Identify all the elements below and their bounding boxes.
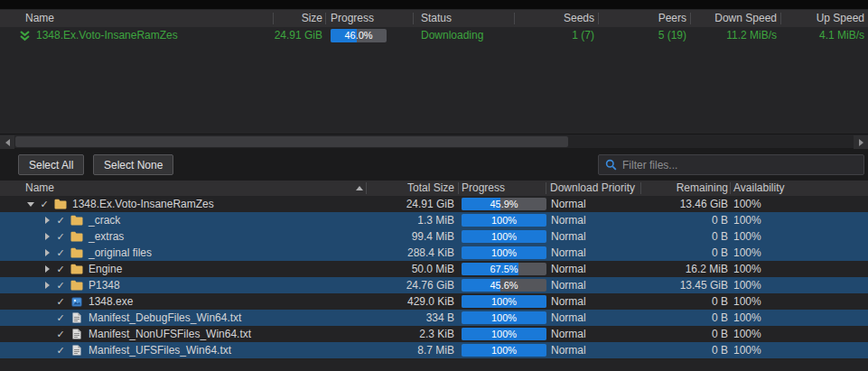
file-row[interactable]: Manifest_NonUFSFiles_Win64.txt 2.3 KiB 1… (0, 326, 868, 342)
collapse-arrow-icon[interactable] (45, 249, 50, 256)
file-checkbox[interactable] (54, 326, 67, 342)
select-none-label: Select None (104, 159, 163, 172)
file-total-size: 99.4 MiB (361, 228, 454, 245)
file-availability: 100% (733, 196, 761, 212)
file-priority[interactable]: Normal (551, 245, 586, 261)
file-row[interactable]: Manifest_DebugFiles_Win64.txt 334 B 100%… (0, 310, 868, 326)
column-header-progress[interactable]: Progress (331, 10, 374, 27)
file-availability: 100% (733, 293, 761, 310)
file-remaining: 0 B (632, 293, 728, 310)
file-progress-bar: 45.6% (462, 279, 546, 292)
column-header-down-speed[interactable]: Down Speed (697, 10, 777, 27)
column-header-peers[interactable]: Peers (616, 10, 686, 27)
collapse-arrow-icon[interactable] (45, 282, 50, 289)
file-checkbox[interactable] (54, 228, 67, 245)
column-header-availability[interactable]: Availability (733, 181, 784, 196)
file-checkbox[interactable] (54, 245, 67, 261)
torrent-list-panel: Name Size Progress Status Seeds Peers Do… (0, 9, 868, 134)
select-all-label: Select All (29, 159, 73, 172)
torrent-list-header: Name Size Progress Status Seeds Peers Do… (0, 10, 868, 27)
file-checkbox[interactable] (54, 310, 67, 326)
column-header-status[interactable]: Status (421, 10, 452, 27)
column-header-file-progress[interactable]: Progress (462, 181, 505, 196)
file-priority[interactable]: Normal (551, 212, 586, 228)
file-checkbox[interactable] (38, 196, 51, 212)
horizontal-scrollbar[interactable] (0, 134, 868, 148)
column-header-download-priority[interactable]: Download Priority (550, 181, 635, 196)
file-priority[interactable]: Normal (551, 326, 586, 342)
column-header-up-speed[interactable]: Up Speed (784, 10, 864, 27)
expand-arrow-icon[interactable] (27, 202, 34, 207)
file-remaining: 0 B (632, 245, 728, 261)
column-separator (598, 13, 599, 24)
sort-ascending-icon (356, 186, 363, 190)
text-file-icon (67, 345, 87, 356)
file-progress-bar: 100% (462, 328, 546, 340)
folder-icon (67, 231, 87, 242)
torrent-client-window: Name Size Progress Status Seeds Peers Do… (0, 0, 868, 371)
column-separator (546, 182, 546, 194)
file-checkbox[interactable] (54, 261, 67, 277)
file-row[interactable]: P1348 24.76 GiB 45.6% Normal 13.45 GiB 1… (0, 277, 868, 293)
file-checkbox[interactable] (54, 342, 67, 358)
file-name: 1348.Ex.Voto-InsaneRamZes (70, 196, 214, 212)
file-priority[interactable]: Normal (551, 310, 586, 326)
column-header-name[interactable]: Name (25, 10, 54, 27)
torrent-row[interactable]: 1348.Ex.Voto-InsaneRamZes 24.91 GiB 46.0… (0, 27, 868, 44)
column-header-remaining[interactable]: Remaining (632, 181, 728, 196)
file-availability: 100% (733, 261, 761, 277)
file-checkbox[interactable] (54, 293, 67, 310)
file-checkbox[interactable] (54, 277, 67, 293)
file-availability: 100% (733, 310, 761, 326)
file-name: P1348 (87, 277, 120, 293)
file-availability: 100% (733, 277, 761, 293)
file-remaining: 0 B (632, 310, 728, 326)
select-all-button[interactable]: Select All (18, 154, 84, 175)
folder-icon (51, 199, 70, 209)
file-row[interactable]: Engine 50.0 MiB 67.5% Normal 16.2 MiB 10… (0, 261, 868, 277)
file-progress-bar: 45.9% (462, 198, 546, 210)
scroll-left-arrow[interactable] (0, 135, 14, 149)
file-row[interactable]: _crack 1.3 MiB 100% Normal 0 B 100% (0, 212, 868, 228)
collapse-arrow-icon[interactable] (45, 217, 50, 224)
file-priority[interactable]: Normal (551, 228, 586, 245)
file-priority[interactable]: Normal (551, 293, 586, 310)
file-remaining: 0 B (632, 228, 728, 245)
folder-icon (67, 215, 87, 226)
file-progress-bar: 100% (462, 214, 546, 227)
column-separator (780, 13, 781, 24)
file-total-size: 429.0 KiB (361, 293, 454, 310)
column-header-size[interactable]: Size (235, 10, 322, 27)
scroll-right-arrow[interactable] (854, 135, 868, 149)
file-total-size: 24.91 GiB (361, 196, 454, 212)
column-header-file-name[interactable]: Name (25, 181, 54, 196)
column-header-total-size[interactable]: Total Size (370, 181, 454, 196)
torrent-down-speed: 11.2 MiB/s (697, 27, 777, 44)
file-row[interactable]: Manifest_UFSFiles_Win64.txt 8.7 MiB 100%… (0, 342, 868, 358)
scrollbar-thumb[interactable] (15, 136, 568, 147)
file-row[interactable]: 1348.exe 429.0 KiB 100% Normal 0 B 100% (0, 293, 868, 310)
file-checkbox[interactable] (54, 212, 67, 228)
file-priority[interactable]: Normal (551, 277, 586, 293)
filter-files-input[interactable] (622, 159, 857, 172)
collapse-arrow-icon[interactable] (45, 265, 50, 273)
file-remaining: 16.2 MiB (632, 261, 728, 277)
downloading-status-icon (19, 30, 31, 42)
select-none-button[interactable]: Select None (93, 154, 173, 175)
file-row[interactable]: _original files 288.4 KiB 100% Normal 0 … (0, 245, 868, 261)
file-priority[interactable]: Normal (551, 342, 586, 358)
collapse-arrow-icon[interactable] (45, 233, 50, 240)
column-header-seeds[interactable]: Seeds (524, 10, 594, 27)
application-file-icon (67, 297, 87, 307)
text-file-icon (67, 312, 87, 323)
column-separator (730, 182, 731, 194)
file-remaining: 13.45 GiB (632, 277, 728, 293)
file-row[interactable]: _extras 99.4 MiB 100% Normal 0 B 100% (0, 228, 868, 245)
column-separator (458, 182, 459, 194)
file-priority[interactable]: Normal (551, 261, 586, 277)
column-separator (366, 182, 367, 194)
file-name: Engine (87, 261, 122, 277)
file-row[interactable]: 1348.Ex.Voto-InsaneRamZes 24.91 GiB 45.9… (0, 196, 868, 212)
torrent-up-speed: 4.1 MiB/s (784, 27, 864, 44)
file-priority[interactable]: Normal (551, 196, 586, 212)
